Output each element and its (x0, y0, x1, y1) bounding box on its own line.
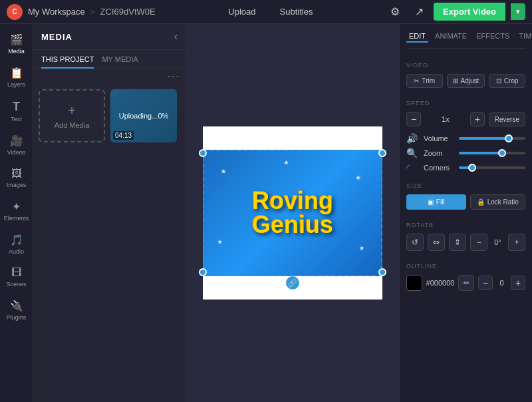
video-title-text: RovingGenius (252, 189, 333, 237)
app-logo: C (7, 4, 23, 20)
handle-bottom-left[interactable] (199, 268, 207, 276)
share-icon[interactable]: ↗ (410, 3, 428, 21)
right-panel-tabs: EDIT ANIMATE EFFECTS TIMING (406, 31, 525, 49)
speed-row: − 1x + Reverse (406, 112, 525, 126)
tab-effects[interactable]: EFFECTS (473, 31, 512, 43)
sidebar-item-text[interactable]: T Text (0, 95, 33, 128)
tab-edit[interactable]: EDIT (406, 31, 428, 43)
corners-icon: ◜ (406, 162, 418, 173)
images-icon: 🖼 (11, 168, 22, 180)
flip-h-button[interactable]: ⇔ (428, 234, 445, 251)
outline-hex-value: #000000 (426, 279, 455, 287)
size-buttons: ▣ Fill 🔒 Lock Ratio (406, 194, 525, 210)
media-panel-title: MEDIA (41, 32, 72, 42)
left-sidebar: 🎬 Media 📋 Layers T Text 🎥 Videos 🖼 Image… (0, 24, 33, 402)
media-more-button[interactable]: ··· (168, 71, 180, 83)
scenes-icon: 🎞 (11, 267, 22, 279)
tab-animate[interactable]: ANIMATE (432, 31, 469, 43)
size-section-label: SIZE (406, 182, 525, 189)
zoom-slider[interactable] (459, 152, 525, 154)
tab-timing[interactable]: TIMING (516, 31, 532, 43)
lock-ratio-button[interactable]: 🔒 Lock Ratio (470, 194, 526, 210)
corners-row: ◜ Corners (406, 162, 525, 173)
reverse-button[interactable]: Reverse (489, 112, 525, 126)
zoom-icon: 🔍 (406, 148, 418, 158)
media-panel-close-button[interactable]: ‹ (174, 31, 178, 43)
adjust-icon: ⊞ (453, 77, 458, 85)
media-thumbnail[interactable]: Uploading...0% 04:13 ZCI69dVtW0E.... (110, 89, 177, 142)
speed-value: 1x (425, 115, 466, 123)
settings-icon[interactable]: ⚙ (386, 3, 404, 21)
video-section-label: VIDEO (406, 62, 525, 69)
sidebar-item-images[interactable]: 🖼 Images (0, 162, 33, 194)
add-icon: + (68, 103, 76, 118)
outline-section-label: OUTLINE (406, 263, 525, 270)
canvas-area: RovingGenius 🔗 (186, 24, 399, 402)
speed-decrease-button[interactable]: − (406, 112, 421, 126)
outline-decrease-button[interactable]: − (478, 276, 493, 290)
sidebar-item-plugins[interactable]: 🔌 Plugins (0, 294, 33, 326)
volume-icon: 🔊 (406, 133, 418, 144)
rotate-plus-button[interactable]: + (508, 234, 525, 251)
export-button[interactable]: Export Video (434, 3, 505, 21)
outline-edit-button[interactable]: ✏ (458, 275, 474, 291)
handle-top-right[interactable] (378, 149, 386, 157)
sidebar-item-videos[interactable]: 🎥 Videos (0, 129, 33, 161)
subtitles-button[interactable]: Subtitles (275, 4, 319, 19)
canvas-video[interactable]: RovingGenius (203, 150, 382, 276)
add-media-button[interactable]: + Add Media (39, 89, 105, 142)
sidebar-item-elements[interactable]: ✦ Elements (0, 195, 33, 227)
zoom-thumb[interactable] (498, 149, 506, 157)
sidebar-item-audio[interactable]: 🎵 Audio (0, 228, 33, 260)
outline-increase-button[interactable]: + (511, 276, 525, 290)
flip-v-button[interactable]: ⇕ (449, 234, 466, 251)
rotate-section-label: ROTATE (406, 222, 525, 228)
volume-thumb[interactable] (505, 134, 513, 142)
rotate-minus-button[interactable]: − (470, 234, 487, 251)
volume-slider[interactable] (459, 137, 525, 140)
breadcrumb: My Workspace > ZCI69dVtW0E (28, 7, 156, 17)
sidebar-item-media[interactable]: 🎬 Media (0, 28, 33, 60)
videos-icon: 🎥 (10, 134, 23, 147)
trim-button[interactable]: ✂ Trim (406, 74, 443, 88)
rotate-ccw-button[interactable]: ↺ (406, 234, 424, 251)
media-panel: MEDIA ‹ THIS PROJECT MY MEDIA ··· + Add … (33, 24, 186, 402)
zoom-row: 🔍 Zoom (406, 148, 525, 158)
sparkle (217, 240, 223, 245)
canvas-frame: RovingGenius 🔗 (203, 126, 382, 300)
upload-button[interactable]: Upload (223, 4, 261, 19)
elements-icon: ✦ (12, 200, 21, 213)
video-buttons: ✂ Trim ⊞ Adjust ⊡ Crop (406, 74, 525, 88)
sidebar-item-layers[interactable]: 📋 Layers (0, 61, 33, 93)
adjust-button[interactable]: ⊞ Adjust (447, 74, 485, 88)
topbar-right: ⚙ ↗ Export Video ▾ (386, 3, 525, 21)
tab-this-project[interactable]: THIS PROJECT (41, 55, 94, 69)
crop-icon: ⊡ (496, 77, 501, 85)
sparkle (284, 160, 289, 165)
trim-icon: ✂ (414, 77, 419, 85)
corners-slider[interactable] (459, 166, 525, 169)
outline-color-swatch[interactable] (406, 275, 422, 291)
volume-fill (459, 137, 509, 140)
layers-icon: 📋 (10, 67, 23, 79)
media-more: ··· (33, 69, 186, 84)
sidebar-item-scenes[interactable]: 🎞 Scenes (0, 262, 33, 293)
sparkle (359, 246, 364, 251)
handle-bottom-right[interactable] (378, 268, 386, 276)
volume-row: 🔊 Volume (406, 133, 525, 144)
rotate-row: ↺ ⇔ ⇕ − 0° + (406, 234, 525, 251)
corners-thumb[interactable] (468, 164, 476, 172)
audio-icon: 🎵 (10, 234, 23, 246)
handle-top-left[interactable] (199, 149, 207, 157)
fill-button[interactable]: ▣ Fill (406, 194, 466, 210)
crop-button[interactable]: ⊡ Crop (489, 74, 525, 88)
volume-label: Volume (424, 134, 454, 142)
outline-value: 0 (497, 279, 507, 287)
tab-my-media[interactable]: MY MEDIA (102, 55, 138, 69)
plugins-icon: 🔌 (10, 300, 23, 312)
speed-increase-button[interactable]: + (470, 112, 485, 126)
media-icon: 🎬 (10, 33, 23, 46)
right-panel: EDIT ANIMATE EFFECTS TIMING VIDEO ✂ Trim… (399, 24, 532, 402)
export-dropdown-button[interactable]: ▾ (511, 3, 525, 20)
sparkle (221, 169, 226, 174)
